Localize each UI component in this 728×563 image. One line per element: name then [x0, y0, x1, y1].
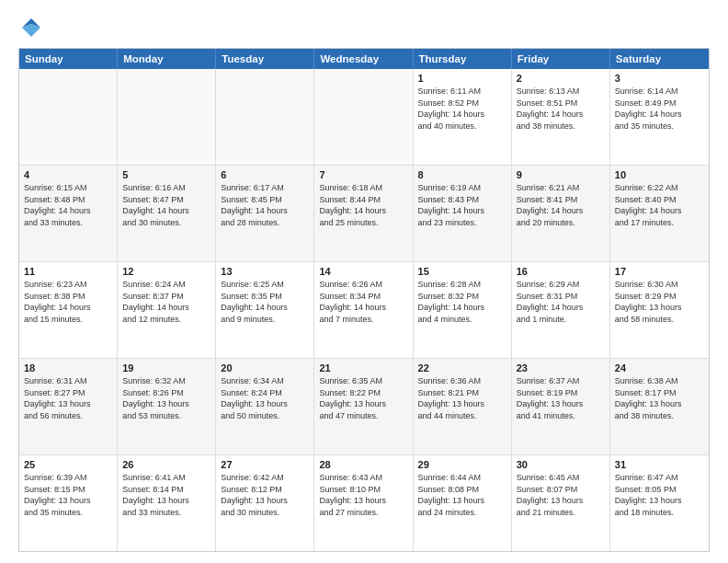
- cell-daylight-info: Sunrise: 6:19 AM Sunset: 8:43 PM Dayligh…: [418, 182, 506, 228]
- calendar-cell: 22Sunrise: 6:36 AM Sunset: 8:21 PM Dayli…: [414, 359, 512, 454]
- cell-daylight-info: Sunrise: 6:30 AM Sunset: 8:29 PM Dayligh…: [615, 279, 704, 325]
- calendar-header-cell: Tuesday: [216, 49, 314, 69]
- cell-daylight-info: Sunrise: 6:31 AM Sunset: 8:27 PM Dayligh…: [24, 375, 112, 421]
- cell-daylight-info: Sunrise: 6:47 AM Sunset: 8:05 PM Dayligh…: [615, 472, 704, 518]
- calendar-cell: 26Sunrise: 6:41 AM Sunset: 8:14 PM Dayli…: [118, 455, 216, 551]
- day-number: 3: [615, 73, 704, 84]
- cell-daylight-info: Sunrise: 6:14 AM Sunset: 8:49 PM Dayligh…: [615, 86, 704, 132]
- calendar-cell: 17Sunrise: 6:30 AM Sunset: 8:29 PM Dayli…: [610, 262, 709, 358]
- calendar-cell: 5Sunrise: 6:16 AM Sunset: 8:47 PM Daylig…: [118, 166, 216, 261]
- cell-daylight-info: Sunrise: 6:16 AM Sunset: 8:47 PM Dayligh…: [122, 182, 210, 228]
- calendar-row: 11Sunrise: 6:23 AM Sunset: 8:38 PM Dayli…: [19, 262, 709, 359]
- calendar-cell: 1Sunrise: 6:11 AM Sunset: 8:52 PM Daylig…: [414, 69, 512, 165]
- cell-daylight-info: Sunrise: 6:32 AM Sunset: 8:26 PM Dayligh…: [122, 375, 210, 421]
- logo: [18, 15, 48, 40]
- cell-daylight-info: Sunrise: 6:39 AM Sunset: 8:15 PM Dayligh…: [24, 472, 112, 518]
- day-number: 12: [122, 266, 210, 277]
- calendar-cell: 2Sunrise: 6:13 AM Sunset: 8:51 PM Daylig…: [512, 69, 610, 165]
- cell-daylight-info: Sunrise: 6:26 AM Sunset: 8:34 PM Dayligh…: [319, 279, 407, 325]
- calendar-cell: 10Sunrise: 6:22 AM Sunset: 8:40 PM Dayli…: [610, 166, 709, 261]
- day-number: 22: [418, 362, 506, 373]
- day-number: 7: [319, 169, 407, 180]
- cell-daylight-info: Sunrise: 6:11 AM Sunset: 8:52 PM Dayligh…: [418, 86, 506, 132]
- cell-daylight-info: Sunrise: 6:45 AM Sunset: 8:07 PM Dayligh…: [517, 472, 605, 518]
- day-number: 15: [418, 266, 506, 277]
- calendar-cell: 13Sunrise: 6:25 AM Sunset: 8:35 PM Dayli…: [216, 262, 314, 358]
- calendar-row: 18Sunrise: 6:31 AM Sunset: 8:27 PM Dayli…: [19, 359, 709, 455]
- calendar-cell-empty: [216, 69, 314, 165]
- day-number: 13: [221, 266, 309, 277]
- cell-daylight-info: Sunrise: 6:28 AM Sunset: 8:32 PM Dayligh…: [418, 279, 506, 325]
- calendar-cell: 20Sunrise: 6:34 AM Sunset: 8:24 PM Dayli…: [216, 359, 314, 454]
- calendar-cell: 30Sunrise: 6:45 AM Sunset: 8:07 PM Dayli…: [512, 455, 610, 551]
- cell-daylight-info: Sunrise: 6:35 AM Sunset: 8:22 PM Dayligh…: [319, 375, 407, 421]
- calendar-cell: 29Sunrise: 6:44 AM Sunset: 8:08 PM Dayli…: [414, 455, 512, 551]
- cell-daylight-info: Sunrise: 6:38 AM Sunset: 8:17 PM Dayligh…: [615, 375, 704, 421]
- day-number: 14: [319, 266, 407, 277]
- calendar-cell: 24Sunrise: 6:38 AM Sunset: 8:17 PM Dayli…: [610, 359, 709, 454]
- day-number: 6: [221, 169, 309, 180]
- calendar-cell: 18Sunrise: 6:31 AM Sunset: 8:27 PM Dayli…: [19, 359, 118, 454]
- day-number: 4: [24, 169, 112, 180]
- calendar-cell: 16Sunrise: 6:29 AM Sunset: 8:31 PM Dayli…: [512, 262, 610, 358]
- calendar-header-cell: Monday: [118, 49, 216, 69]
- calendar-cell: 12Sunrise: 6:24 AM Sunset: 8:37 PM Dayli…: [118, 262, 216, 358]
- day-number: 27: [221, 459, 309, 470]
- day-number: 30: [517, 459, 605, 470]
- day-number: 28: [319, 459, 407, 470]
- cell-daylight-info: Sunrise: 6:22 AM Sunset: 8:40 PM Dayligh…: [615, 182, 704, 228]
- calendar-cell: 11Sunrise: 6:23 AM Sunset: 8:38 PM Dayli…: [19, 262, 118, 358]
- calendar-cell: 3Sunrise: 6:14 AM Sunset: 8:49 PM Daylig…: [610, 69, 709, 165]
- calendar-cell-empty: [314, 69, 413, 165]
- day-number: 5: [122, 169, 210, 180]
- day-number: 19: [122, 362, 210, 373]
- cell-daylight-info: Sunrise: 6:43 AM Sunset: 8:10 PM Dayligh…: [319, 472, 407, 518]
- calendar-cell: 15Sunrise: 6:28 AM Sunset: 8:32 PM Dayli…: [414, 262, 512, 358]
- day-number: 23: [517, 362, 605, 373]
- calendar-cell: 27Sunrise: 6:42 AM Sunset: 8:12 PM Dayli…: [216, 455, 314, 551]
- day-number: 11: [24, 266, 112, 277]
- calendar-row: 25Sunrise: 6:39 AM Sunset: 8:15 PM Dayli…: [19, 455, 709, 551]
- cell-daylight-info: Sunrise: 6:41 AM Sunset: 8:14 PM Dayligh…: [122, 472, 210, 518]
- day-number: 20: [221, 362, 309, 373]
- cell-daylight-info: Sunrise: 6:23 AM Sunset: 8:38 PM Dayligh…: [24, 279, 112, 325]
- calendar-cell: 8Sunrise: 6:19 AM Sunset: 8:43 PM Daylig…: [414, 166, 512, 261]
- cell-daylight-info: Sunrise: 6:44 AM Sunset: 8:08 PM Dayligh…: [418, 472, 506, 518]
- calendar-cell: 9Sunrise: 6:21 AM Sunset: 8:41 PM Daylig…: [512, 166, 610, 261]
- logo-icon: [18, 15, 44, 40]
- day-number: 29: [418, 459, 506, 470]
- calendar-cell: 6Sunrise: 6:17 AM Sunset: 8:45 PM Daylig…: [216, 166, 314, 261]
- calendar-header-cell: Saturday: [610, 49, 709, 69]
- calendar-cell: 31Sunrise: 6:47 AM Sunset: 8:05 PM Dayli…: [610, 455, 709, 551]
- cell-daylight-info: Sunrise: 6:29 AM Sunset: 8:31 PM Dayligh…: [517, 279, 605, 325]
- calendar-cell: 21Sunrise: 6:35 AM Sunset: 8:22 PM Dayli…: [314, 359, 413, 454]
- calendar-row: 1Sunrise: 6:11 AM Sunset: 8:52 PM Daylig…: [19, 69, 709, 166]
- day-number: 2: [517, 73, 605, 84]
- day-number: 26: [122, 459, 210, 470]
- day-number: 9: [517, 169, 605, 180]
- day-number: 16: [517, 266, 605, 277]
- cell-daylight-info: Sunrise: 6:25 AM Sunset: 8:35 PM Dayligh…: [221, 279, 309, 325]
- calendar-header-cell: Wednesday: [314, 49, 413, 69]
- calendar-body: 1Sunrise: 6:11 AM Sunset: 8:52 PM Daylig…: [19, 69, 709, 551]
- cell-daylight-info: Sunrise: 6:36 AM Sunset: 8:21 PM Dayligh…: [418, 375, 506, 421]
- calendar-cell-empty: [118, 69, 216, 165]
- calendar-header-cell: Sunday: [19, 49, 118, 69]
- day-number: 17: [615, 266, 704, 277]
- calendar-header-cell: Thursday: [414, 49, 512, 69]
- calendar-header-cell: Friday: [512, 49, 610, 69]
- cell-daylight-info: Sunrise: 6:15 AM Sunset: 8:48 PM Dayligh…: [24, 182, 112, 228]
- calendar-cell: 23Sunrise: 6:37 AM Sunset: 8:19 PM Dayli…: [512, 359, 610, 454]
- calendar-cell: 4Sunrise: 6:15 AM Sunset: 8:48 PM Daylig…: [19, 166, 118, 261]
- calendar-cell: 7Sunrise: 6:18 AM Sunset: 8:44 PM Daylig…: [314, 166, 413, 261]
- cell-daylight-info: Sunrise: 6:24 AM Sunset: 8:37 PM Dayligh…: [122, 279, 210, 325]
- cell-daylight-info: Sunrise: 6:21 AM Sunset: 8:41 PM Dayligh…: [517, 182, 605, 228]
- day-number: 21: [319, 362, 407, 373]
- day-number: 18: [24, 362, 112, 373]
- cell-daylight-info: Sunrise: 6:34 AM Sunset: 8:24 PM Dayligh…: [221, 375, 309, 421]
- cell-daylight-info: Sunrise: 6:13 AM Sunset: 8:51 PM Dayligh…: [517, 86, 605, 132]
- page: SundayMondayTuesdayWednesdayThursdayFrid…: [0, 0, 728, 563]
- cell-daylight-info: Sunrise: 6:37 AM Sunset: 8:19 PM Dayligh…: [517, 375, 605, 421]
- day-number: 1: [418, 73, 506, 84]
- cell-daylight-info: Sunrise: 6:18 AM Sunset: 8:44 PM Dayligh…: [319, 182, 407, 228]
